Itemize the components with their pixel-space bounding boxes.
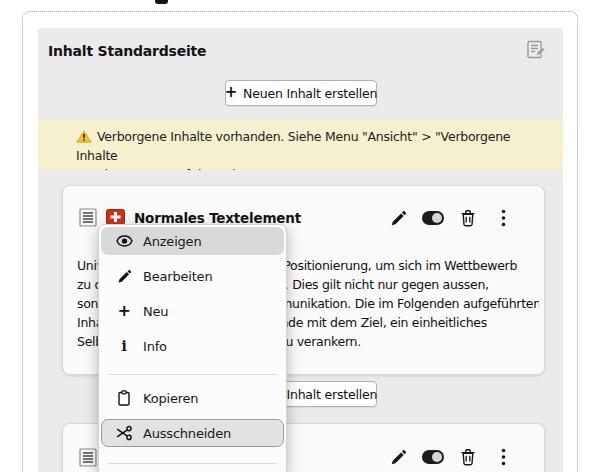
warning-line-1: Verborgene Inhalte vorhanden. Siehe Menu… — [76, 127, 549, 165]
scissors-icon — [114, 425, 134, 441]
kebab-menu-icon[interactable] — [492, 447, 514, 467]
menu-item-anzeigen[interactable]: Anzeigen — [101, 227, 284, 255]
trash-icon[interactable] — [457, 208, 479, 228]
menu-item-label: Anzeigen — [143, 234, 201, 249]
clipboard-icon — [114, 390, 134, 406]
menu-item-kopieren[interactable]: Kopieren — [101, 384, 284, 412]
menu-divider — [108, 463, 277, 464]
info-icon: i — [114, 339, 134, 353]
hidden-content-warning: Verborgene Inhalte vorhanden. Siehe Menu… — [38, 120, 563, 170]
toggle-on-icon[interactable] — [422, 447, 444, 467]
block-actions — [387, 447, 514, 467]
clipped-page-heading — [155, 0, 168, 4]
warning-line-2: anzeigen" am Kopf der Seite. — [76, 165, 549, 170]
pencil-icon — [114, 269, 134, 284]
plus-icon: + — [225, 85, 237, 100]
menu-item-ausschneiden[interactable]: Ausschneiden — [101, 419, 284, 447]
page-edit-icon[interactable] — [525, 39, 546, 60]
eye-icon — [114, 235, 134, 247]
block-context-menu: Anzeigen Bearbeiten + Neu i Info — [98, 224, 287, 472]
toggle-knob — [432, 213, 442, 223]
pencil-icon[interactable] — [387, 447, 409, 467]
create-content-label: Neuen Inhalt erstellen — [243, 86, 377, 101]
menu-item-label: Ausschneiden — [143, 426, 231, 441]
menu-item-label: Info — [143, 339, 167, 354]
panel-title: Inhalt Standardseite — [48, 43, 206, 59]
plus-icon: + — [114, 303, 134, 319]
menu-item-info[interactable]: i Info — [101, 332, 284, 360]
menu-item-bearbeiten[interactable]: Bearbeiten — [101, 262, 284, 290]
menu-item-label: Neu — [143, 304, 168, 319]
warning-triangle-icon — [76, 130, 92, 143]
menu-item-label: Bearbeiten — [143, 269, 212, 284]
toggle-knob — [432, 452, 442, 462]
menu-divider — [108, 374, 277, 375]
page-editor-screen: Inhalt Standardseite + Neuen Inhalt erst… — [0, 0, 607, 472]
menu-item-label: Kopieren — [143, 391, 198, 406]
menu-item-neu[interactable]: + Neu — [101, 297, 284, 325]
text-block-icon[interactable] — [79, 448, 97, 467]
pencil-icon[interactable] — [387, 208, 409, 228]
text-block-icon[interactable] — [79, 208, 97, 227]
create-content-button-top[interactable]: + Neuen Inhalt erstellen — [225, 80, 377, 106]
toggle-on-icon[interactable] — [422, 208, 444, 228]
swiss-flag-icon — [106, 209, 125, 225]
trash-icon[interactable] — [457, 447, 479, 467]
kebab-menu-icon[interactable] — [492, 208, 514, 228]
block-actions — [387, 208, 514, 228]
